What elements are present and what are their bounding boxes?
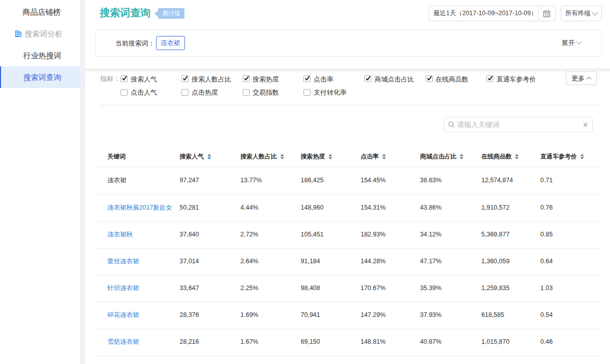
svg-text:15: 15 xyxy=(544,12,549,17)
